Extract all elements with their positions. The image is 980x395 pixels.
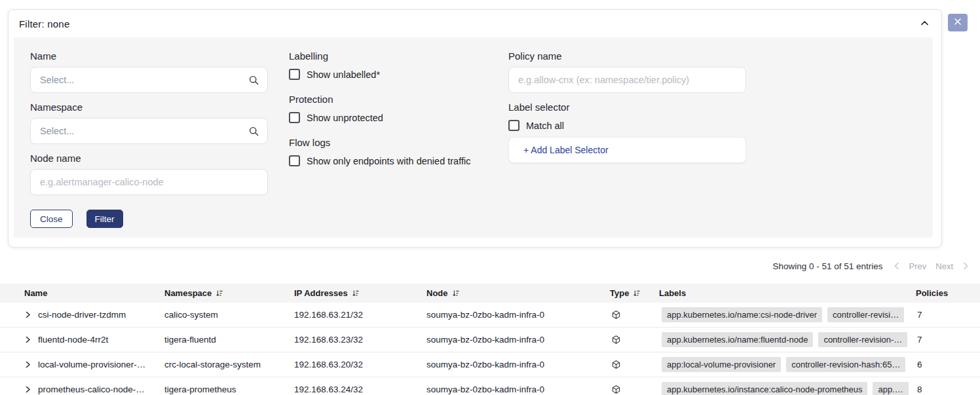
name-select-placeholder: Select... (40, 75, 74, 85)
labels-cell: app.kubernetes.io/name:fluentd-nodecontr… (655, 332, 911, 347)
workload-endpoint-icon (611, 310, 621, 320)
next-arrow-icon[interactable] (962, 262, 969, 270)
namespace-select[interactable]: Select... (30, 118, 268, 144)
ip-addresses-cell: 192.168.63.24/32 (290, 385, 423, 394)
show-unlabelled-checkbox[interactable] (289, 69, 300, 80)
policy-name-field-label: Policy name (508, 50, 746, 62)
add-label-selector-button[interactable]: + Add Label Selector (508, 137, 746, 163)
close-icon (954, 18, 962, 28)
table-row[interactable]: csi-node-driver-tzdmmcalico-system192.16… (0, 303, 980, 328)
label-chip: app.kubernetes.io/instance:calico-node-p… (662, 382, 867, 395)
workload-endpoint-icon (611, 335, 621, 345)
denied-traffic-label: Show only endpoints with denied traffic (307, 156, 470, 166)
dismiss-panel-button[interactable] (948, 14, 968, 31)
endpoint-name-cell: prometheus-calico-node-… (0, 385, 160, 394)
sort-icon (216, 290, 223, 297)
label-chip: app.kubernetes.io/name:csi-node-driver (662, 307, 822, 322)
filter-button[interactable]: Filter (86, 210, 123, 228)
column-label: Namespace (164, 288, 212, 298)
policies-count-cell: 7 (911, 310, 980, 320)
policies-count-cell: 7 (911, 335, 980, 345)
table-body: csi-node-driver-tzdmmcalico-system192.16… (0, 303, 980, 395)
show-unprotected-checkbox[interactable] (289, 112, 300, 123)
name-field-label: Name (30, 50, 268, 62)
entries-summary: Showing 0 - 51 of 51 entries (772, 261, 882, 271)
show-unlabelled-label: Show unlabelled* (307, 69, 380, 80)
label-selector-heading: Label selector (508, 102, 746, 113)
namespace-cell: crc-local-storage-system (160, 360, 290, 369)
show-unprotected-label: Show unprotected (307, 113, 383, 123)
endpoint-name-cell: fluentd-node-4rr2t (0, 335, 160, 345)
table-row[interactable]: fluentd-node-4rr2ttigera-fluentd192.168.… (0, 328, 980, 352)
node-name-field-label: Node name (30, 153, 268, 164)
policy-name-input[interactable] (508, 67, 746, 93)
label-chip: controller-revision-hash:65… (786, 357, 905, 372)
column-header-type[interactable]: Type (606, 288, 655, 298)
column-label: Node (426, 288, 448, 298)
close-button[interactable]: Close (30, 210, 73, 228)
node-cell: soumya-bz-0zbo-kadm-infra-0 (423, 360, 606, 369)
column-label: Policies (916, 288, 948, 298)
table-row[interactable]: prometheus-calico-node-…tigera-prometheu… (0, 377, 980, 395)
filter-form: Name Select... Namespace Select... Node … (14, 37, 933, 238)
column-header-node[interactable]: Node (423, 288, 606, 298)
pagination-bar: Showing 0 - 51 of 51 entries Prev Next (772, 260, 969, 272)
ip-addresses-cell: 192.168.63.21/32 (290, 310, 423, 320)
node-name-input[interactable] (30, 169, 268, 195)
label-chip: app.… (873, 382, 908, 395)
next-page-link[interactable]: Next (935, 261, 953, 271)
column-label: IP Addresses (294, 288, 348, 298)
flow-logs-heading: Flow logs (289, 137, 505, 149)
column-label: Type (610, 288, 629, 298)
expand-row-chevron-right-icon[interactable] (24, 385, 32, 394)
label-chip: controller-revision-… (818, 332, 907, 347)
labels-cell: app.kubernetes.io/instance:calico-node-p… (655, 382, 911, 395)
label-chip: app.kubernetes.io/name:fluentd-node (662, 332, 813, 347)
namespace-cell: calico-system (160, 310, 290, 320)
column-label: Labels (659, 288, 686, 298)
policies-count-cell: 8 (911, 385, 980, 394)
column-header-ip-addresses[interactable]: IP Addresses (290, 288, 423, 298)
sort-icon (633, 290, 641, 297)
type-cell (606, 385, 655, 394)
node-cell: soumya-bz-0zbo-kadm-infra-0 (423, 310, 606, 320)
sort-icon (452, 290, 460, 297)
name-select[interactable]: Select... (30, 67, 268, 93)
denied-traffic-checkbox[interactable] (289, 155, 300, 166)
endpoint-name: fluentd-node-4rr2t (38, 335, 108, 345)
expand-row-chevron-right-icon[interactable] (24, 310, 32, 319)
protection-heading: Protection (289, 94, 505, 105)
ip-addresses-cell: 192.168.63.23/32 (290, 335, 423, 345)
match-all-checkbox[interactable] (508, 120, 519, 131)
label-chip: app:local-volume-provisioner (662, 357, 781, 372)
filter-panel-header: Filter: none (9, 10, 941, 37)
column-header-namespace[interactable]: Namespace (160, 288, 290, 298)
labels-cell: app.kubernetes.io/name:csi-node-driverco… (655, 307, 911, 322)
column-header-policies: Policies (911, 288, 980, 298)
search-icon (248, 126, 259, 139)
collapse-panel-button[interactable] (918, 18, 931, 30)
namespace-field-label: Namespace (30, 102, 268, 113)
match-all-label: Match all (526, 121, 564, 131)
expand-row-chevron-right-icon[interactable] (24, 335, 32, 344)
endpoints-table: NameNamespaceIP AddressesNodeTypeLabelsP… (0, 284, 980, 395)
label-chip: controller-revisi… (827, 307, 904, 322)
endpoint-name: prometheus-calico-node-… (38, 385, 145, 394)
ip-addresses-cell: 192.168.63.20/32 (290, 360, 423, 369)
endpoint-name: local-volume-provisioner-… (38, 360, 145, 369)
namespace-cell: tigera-fluentd (160, 335, 290, 345)
prev-page-link[interactable]: Prev (909, 261, 927, 271)
labelling-heading: Labelling (289, 50, 505, 62)
node-cell: soumya-bz-0zbo-kadm-infra-0 (423, 335, 606, 345)
node-cell: soumya-bz-0zbo-kadm-infra-0 (423, 385, 606, 394)
search-icon (248, 75, 259, 88)
type-cell (606, 310, 655, 320)
prev-arrow-icon[interactable] (894, 262, 900, 270)
expand-row-chevron-right-icon[interactable] (24, 360, 32, 369)
table-row[interactable]: local-volume-provisioner-…crc-local-stor… (0, 352, 980, 377)
column-label: Name (24, 288, 47, 298)
chevron-up-icon (920, 18, 930, 30)
policies-count-cell: 6 (911, 360, 980, 369)
table-header-row: NameNamespaceIP AddressesNodeTypeLabelsP… (0, 284, 980, 303)
column-header-name: Name (0, 288, 160, 298)
